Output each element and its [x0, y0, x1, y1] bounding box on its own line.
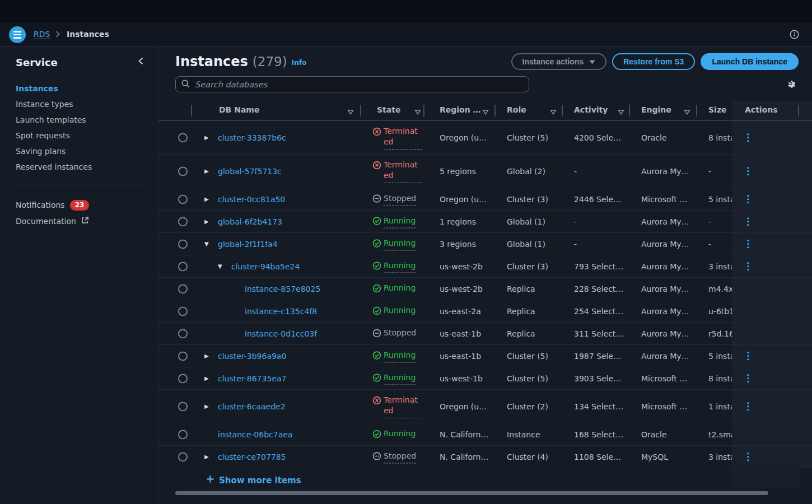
- instance-actions-button[interactable]: Instance actions: [511, 53, 607, 70]
- row-actions-kebab-icon[interactable]: [745, 165, 751, 178]
- column-header-state[interactable]: State: [377, 105, 400, 114]
- sidebar-item-instance-types[interactable]: Instance types: [16, 96, 92, 112]
- row-radio-button[interactable]: [178, 452, 188, 461]
- expand-toggle-icon[interactable]: ▶: [204, 196, 218, 202]
- sidebar-item-instances[interactable]: Instances: [16, 81, 92, 96]
- state-value[interactable]: Running: [384, 428, 416, 441]
- sort-icon[interactable]: [684, 108, 690, 116]
- row-radio-button[interactable]: [178, 430, 188, 439]
- db-name-link[interactable]: cluster-94ba5e24: [231, 262, 300, 271]
- state-value[interactable]: Running: [384, 305, 416, 318]
- row-radio-button[interactable]: [178, 284, 188, 293]
- db-name-link[interactable]: cluster-ce707785: [218, 452, 286, 461]
- db-name-link[interactable]: instance-857e8025: [245, 284, 320, 293]
- column-divider[interactable]: [629, 105, 630, 116]
- launch-db-instance-button[interactable]: Launch DB instance: [701, 53, 799, 70]
- state-value[interactable]: Terminated: [384, 160, 422, 183]
- sidebar-item-launch-templates[interactable]: Launch templates: [16, 112, 92, 128]
- search-box[interactable]: [175, 76, 529, 92]
- row-radio-button[interactable]: [178, 306, 188, 316]
- db-name-link[interactable]: cluster-3b96a9a0: [218, 352, 286, 361]
- expand-toggle-icon[interactable]: ▶: [204, 134, 218, 141]
- sidebar-item-documentation[interactable]: Documentation: [16, 213, 89, 230]
- expand-toggle-icon[interactable]: ▼: [204, 241, 218, 247]
- state-value[interactable]: Running: [384, 283, 416, 295]
- row-radio-button[interactable]: [178, 374, 188, 383]
- row-actions-kebab-icon[interactable]: [745, 132, 751, 144]
- sidebar-item-reserved-instances[interactable]: Reserved instances: [16, 159, 92, 175]
- column-header-activity[interactable]: Activity: [574, 105, 608, 114]
- search-input[interactable]: [195, 80, 523, 89]
- column-divider[interactable]: [494, 105, 496, 116]
- expand-toggle-icon[interactable]: ▶: [204, 168, 218, 174]
- db-name-link[interactable]: global-57f5713c: [218, 167, 282, 176]
- state-value[interactable]: Running: [384, 372, 416, 385]
- state-value[interactable]: Terminated: [384, 395, 422, 418]
- show-more-items-button[interactable]: Show more items: [206, 475, 301, 486]
- expand-toggle-icon[interactable]: ▶: [204, 403, 218, 409]
- row-radio-button[interactable]: [178, 133, 188, 142]
- state-value[interactable]: Running: [384, 215, 416, 228]
- db-name-link[interactable]: instance-06bc7aea: [218, 430, 292, 439]
- column-header-engine[interactable]: Engine: [641, 105, 671, 114]
- restore-from-s3-button[interactable]: Restore from S3: [612, 53, 695, 70]
- sidebar-item-saving-plans[interactable]: Saving plans: [16, 143, 92, 159]
- row-actions-kebab-icon[interactable]: [745, 260, 751, 273]
- nav-info-icon[interactable]: [790, 30, 799, 41]
- state-value[interactable]: Running: [384, 349, 416, 362]
- expand-toggle-icon[interactable]: ▶: [204, 454, 218, 460]
- row-radio-button[interactable]: [178, 262, 188, 271]
- column-header-region[interactable]: Region …: [440, 105, 481, 114]
- expand-toggle-icon[interactable]: ▶: [204, 375, 218, 381]
- row-actions-kebab-icon[interactable]: [745, 193, 751, 206]
- row-radio-button[interactable]: [178, 402, 188, 411]
- row-radio-button[interactable]: [178, 329, 188, 338]
- state-value[interactable]: Stopped: [384, 193, 416, 206]
- state-value[interactable]: Running: [384, 260, 416, 273]
- table-settings-gear-icon[interactable]: [786, 78, 796, 90]
- column-divider[interactable]: [360, 105, 361, 116]
- db-name-link[interactable]: instance-0d1cc03f: [245, 329, 317, 338]
- sidebar-item-notifications[interactable]: Notifications 23: [16, 197, 89, 213]
- column-divider[interactable]: [562, 105, 563, 116]
- column-header-role[interactable]: Role: [507, 105, 526, 114]
- row-actions-kebab-icon[interactable]: [745, 350, 751, 362]
- sort-icon[interactable]: [618, 108, 624, 116]
- db-name-link[interactable]: cluster-0cc81a50: [218, 195, 285, 204]
- info-link[interactable]: Info: [292, 59, 306, 67]
- db-name-link[interactable]: cluster-86735ea7: [218, 374, 286, 383]
- sort-icon[interactable]: [347, 108, 354, 116]
- state-value[interactable]: Running: [384, 237, 416, 250]
- row-radio-button[interactable]: [178, 217, 188, 226]
- sort-icon[interactable]: [482, 108, 489, 116]
- db-name-link[interactable]: global-2f1f1fa4: [218, 240, 278, 249]
- breadcrumb-rds-link[interactable]: RDS: [34, 30, 50, 39]
- sidebar-item-spot-requests[interactable]: Spot requests: [16, 128, 92, 143]
- state-value[interactable]: Stopped: [384, 450, 416, 463]
- expand-toggle-icon[interactable]: ▶: [204, 218, 218, 225]
- row-actions-kebab-icon[interactable]: [745, 451, 751, 463]
- row-radio-button[interactable]: [178, 239, 188, 249]
- row-radio-button[interactable]: [178, 194, 188, 204]
- db-name-link[interactable]: cluster-33387b6c: [218, 133, 286, 142]
- row-actions-kebab-icon[interactable]: [745, 238, 751, 250]
- row-actions-kebab-icon[interactable]: [745, 372, 751, 385]
- sort-icon[interactable]: [550, 108, 557, 116]
- row-actions-kebab-icon[interactable]: [745, 400, 751, 413]
- column-divider[interactable]: [696, 105, 697, 116]
- row-radio-button[interactable]: [178, 351, 188, 361]
- db-name-link[interactable]: instance-c135c4f8: [245, 307, 317, 316]
- db-name-link[interactable]: global-6f2b4173: [218, 217, 282, 226]
- expand-toggle-icon[interactable]: ▼: [218, 263, 231, 269]
- horizontal-scrollbar[interactable]: [175, 491, 768, 495]
- db-name-link[interactable]: cluster-6caaede2: [218, 402, 286, 411]
- column-header-db-name[interactable]: DB Name: [219, 105, 259, 114]
- sidebar-collapse-icon[interactable]: [138, 57, 143, 67]
- state-value[interactable]: Terminated: [384, 126, 422, 150]
- row-actions-kebab-icon[interactable]: [745, 216, 751, 228]
- row-radio-button[interactable]: [178, 166, 188, 176]
- sort-icon[interactable]: [414, 108, 421, 116]
- menu-hamburger-button[interactable]: [9, 26, 26, 43]
- state-value[interactable]: Stopped: [384, 328, 416, 340]
- expand-toggle-icon[interactable]: ▶: [204, 353, 218, 359]
